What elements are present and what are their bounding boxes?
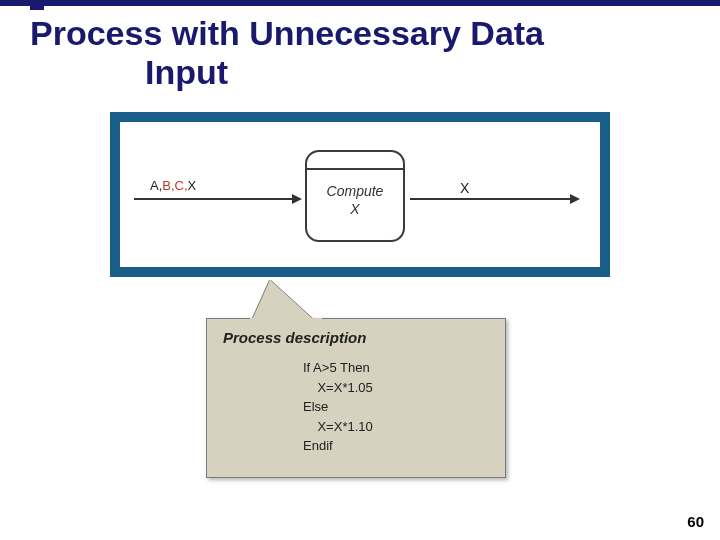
callout-heading: Process description [223, 329, 489, 346]
process-header-divider [307, 168, 403, 170]
output-flow-arrowhead [570, 194, 580, 204]
callout-pointer-mask [250, 318, 322, 324]
process-name-line1: Compute [327, 183, 384, 199]
output-flow-label: X [460, 180, 469, 196]
input-label-x: X [188, 178, 197, 193]
title-line-1: Process with Unnecessary Data [30, 14, 544, 52]
process-description-callout: Process description If A>5 Then X=X*1.05… [206, 318, 506, 478]
process-pseudocode: If A>5 Then X=X*1.05 Else X=X*1.10 Endif [303, 358, 489, 456]
process-name: Compute X [307, 182, 403, 218]
dfd-figure-frame: A,B,C,X Compute X X [110, 112, 610, 277]
input-label-a: A, [150, 178, 162, 193]
title-line-2: Input [30, 53, 700, 92]
output-flow-line [410, 198, 572, 200]
input-flow-arrowhead [292, 194, 302, 204]
input-flow-line [134, 198, 294, 200]
process-symbol: Compute X [305, 150, 405, 242]
callout-pointer [252, 280, 314, 320]
process-name-line2: X [350, 201, 359, 217]
title-accent-bar [0, 0, 720, 6]
title-bullet-square [30, 0, 44, 10]
page-number: 60 [687, 513, 704, 530]
input-label-bc-highlight: B,C, [162, 178, 187, 193]
input-flow-label: A,B,C,X [150, 178, 196, 193]
slide-title: Process with Unnecessary Data Input [0, 6, 720, 92]
